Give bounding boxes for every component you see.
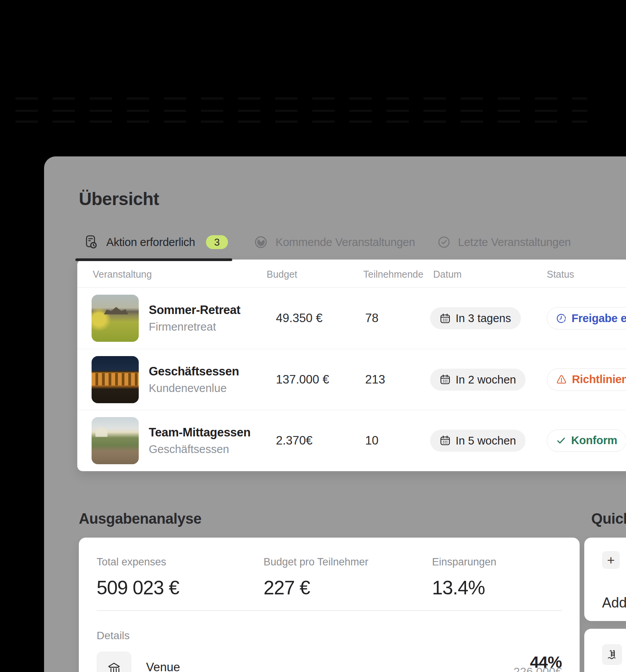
calendar-icon <box>440 435 451 446</box>
expense-section-heading: Ausgabenanalyse <box>79 511 201 527</box>
event-thumbnail <box>92 356 139 403</box>
stat-label: Einsparungen <box>432 556 497 568</box>
status-label: Konform <box>571 434 617 447</box>
tab-label: Aktion erforderlich <box>106 236 195 249</box>
date-label: In 2 wochen <box>456 373 516 386</box>
stat-value: 509 023 € <box>97 577 179 599</box>
venue-building-icon <box>107 662 121 672</box>
status-label: Richtlinienw <box>572 373 626 386</box>
events-table: Veranstaltung Budget Teilnehmende Datum … <box>77 260 626 471</box>
column-header-datum: Datum <box>433 269 462 280</box>
add-button-label: Add <box>602 595 626 611</box>
stat-value: 13.4% <box>432 577 497 599</box>
stat-label: Total expenses <box>97 556 179 568</box>
quick-section-heading: Quick <box>591 511 626 527</box>
event-subtitle: Geschäftsessen <box>149 443 250 456</box>
quick-add-card[interactable]: + Add <box>584 538 626 621</box>
column-header-teilnehmende: Teilnehmende <box>363 269 424 280</box>
event-title: Team-Mittagessen <box>149 426 250 440</box>
participants-cell: 10 <box>365 434 378 448</box>
tab-count-badge: 3 <box>206 235 228 249</box>
document-clock-icon <box>86 235 97 249</box>
event-title: Sommer-Retreat <box>149 303 240 317</box>
detail-row-amount: 226.000€ <box>514 665 562 672</box>
calendar-icon <box>440 374 451 385</box>
clock-pie-icon <box>254 236 267 249</box>
tab-letzte-veranstaltungen[interactable]: Letzte Veranstaltungen <box>438 235 571 249</box>
check-circle-icon <box>438 236 450 248</box>
column-header-veranstaltung: Veranstaltung <box>93 269 152 280</box>
budget-cell: 2.370€ <box>276 434 313 448</box>
divider <box>97 610 562 611</box>
background-ghost-row <box>15 110 587 112</box>
event-name-cell: Geschäftsessen Kundenevenlue <box>149 365 239 395</box>
pending-clock-icon <box>556 313 566 324</box>
participants-cell: 78 <box>365 311 378 325</box>
venue-icon-tile <box>97 652 131 672</box>
date-pill: In 5 wochen <box>430 429 526 451</box>
active-tab-underline <box>75 258 232 261</box>
stat-savings: Einsparungen 13.4% <box>432 556 497 599</box>
participants-cell: 213 <box>365 373 385 387</box>
background-ghost-row <box>15 97 587 100</box>
date-pill: In 3 tagens <box>430 307 521 329</box>
stat-value: 227 € <box>264 577 368 599</box>
table-row[interactable]: Geschäftsessen Kundenevenlue 137.000 € 2… <box>77 349 626 410</box>
table-row[interactable]: Team-Mittagessen Geschäftsessen 2.370€ 1… <box>77 410 626 471</box>
event-name-cell: Team-Mittagessen Geschäftsessen <box>149 426 250 456</box>
status-label: Freigabe erf <box>572 312 626 325</box>
stat-label: Budget pro Teilnehmer <box>264 556 368 568</box>
event-title: Geschäftsessen <box>149 365 239 378</box>
screen: Übersicht Aktion erforderlich 3 Kommende… <box>0 0 626 672</box>
quick-second-card[interactable] <box>584 629 626 672</box>
date-pill: In 2 wochen <box>430 368 526 390</box>
event-name-cell: Sommer-Retreat Firmenretreat <box>149 303 240 333</box>
calendar-icon <box>440 313 451 324</box>
budget-cell: 137.000 € <box>276 373 329 387</box>
column-header-budget: Budget <box>267 269 297 280</box>
date-label: In 5 wochen <box>456 434 516 447</box>
event-subtitle: Kundenevenlue <box>149 382 239 395</box>
status-badge: Richtlinienw <box>547 368 626 391</box>
check-icon <box>556 436 566 446</box>
stat-budget-per-participant: Budget pro Teilnehmer 227 € <box>264 556 368 599</box>
page-title: Übersicht <box>79 188 159 209</box>
background-ghost-row <box>15 120 587 123</box>
expense-analysis-card: Total expenses 509 023 € Budget pro Teil… <box>79 538 580 672</box>
tab-kommende-veranstaltungen[interactable]: Kommende Veranstaltungen <box>254 235 415 249</box>
budget-cell: 49.350 € <box>276 311 323 325</box>
status-badge: Freigabe erf <box>547 307 626 329</box>
pool-ladder-icon <box>602 644 622 665</box>
status-badge: Konform <box>547 429 626 452</box>
detail-row-label: Venue <box>146 660 180 672</box>
column-header-status: Status <box>547 269 574 280</box>
warning-triangle-icon <box>556 375 567 385</box>
tab-label: Kommende Veranstaltungen <box>276 236 415 249</box>
table-header: Veranstaltung Budget Teilnehmende Datum … <box>77 260 626 288</box>
event-subtitle: Firmenretreat <box>149 321 240 333</box>
date-label: In 3 tagens <box>456 312 511 325</box>
stat-total-expenses: Total expenses 509 023 € <box>97 556 179 599</box>
tab-aktion-erforderlich[interactable]: Aktion erforderlich 3 <box>86 234 228 251</box>
tab-label: Letzte Veranstaltungen <box>458 236 571 249</box>
event-thumbnail <box>92 295 139 342</box>
plus-icon[interactable]: + <box>602 551 620 569</box>
details-label: Details <box>97 630 130 642</box>
event-thumbnail <box>92 417 139 464</box>
table-row[interactable]: Sommer-Retreat Firmenretreat 49.350 € 78 <box>77 288 626 349</box>
